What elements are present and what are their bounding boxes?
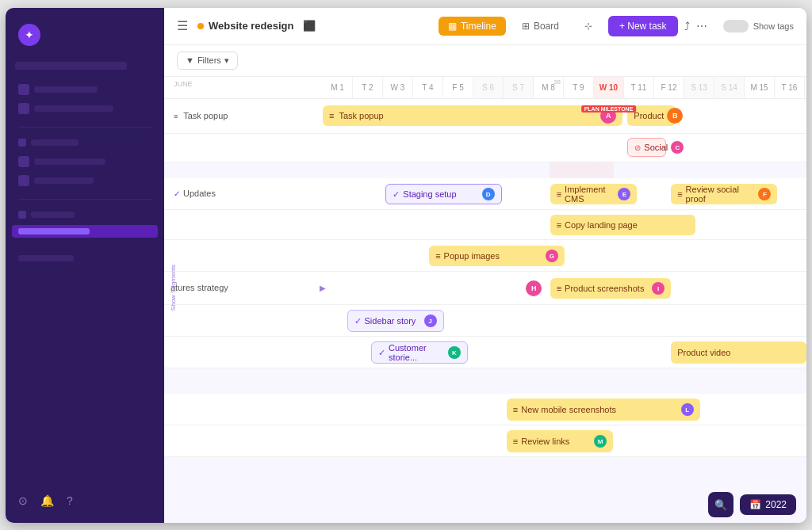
avatar-staging: D xyxy=(482,188,495,200)
task-row-1-label: ≡ Task popup xyxy=(164,105,323,127)
task-row-copy-content: ≡ Copy landing page xyxy=(323,211,806,238)
sidebar-icon-question[interactable]: ? xyxy=(67,494,73,507)
date-col-s13: S 13 xyxy=(684,77,714,98)
cms-icon: ≡ xyxy=(557,189,561,199)
mobile-icon: ≡ xyxy=(513,405,518,414)
task-bar-popup-images[interactable]: ≡ Popup images G xyxy=(429,246,565,266)
task-row-review-links: ≡ Review links M xyxy=(164,425,806,457)
screenshots-icon: ≡ xyxy=(557,284,561,293)
avatar-customer: K xyxy=(448,346,461,359)
avatar-screenshots: I xyxy=(652,282,665,295)
share-icon[interactable]: ⤴ xyxy=(684,20,690,32)
copy-icon: ≡ xyxy=(557,220,561,230)
review-links-icon: ≡ xyxy=(513,437,518,446)
sidebar-item-2[interactable] xyxy=(12,100,158,117)
date-col-s14: S 14 xyxy=(714,77,745,98)
project-dot xyxy=(197,23,204,29)
sidebar-icon-bell[interactable]: 🔔 xyxy=(40,494,54,507)
date-col-m15: M 15 xyxy=(745,77,775,98)
sidebar-item-icon-4 xyxy=(18,175,29,186)
menu-icon[interactable]: ☰ xyxy=(177,18,188,33)
sidebar-item-3[interactable] xyxy=(12,153,158,170)
review-icon: ≡ xyxy=(677,189,682,199)
project-icon[interactable]: ⬛ xyxy=(303,20,316,32)
task-row-mobile-content: ≡ New mobile screenshots L xyxy=(323,395,806,423)
no-icon: ⊘ xyxy=(634,143,641,152)
sidebar-item-text-2 xyxy=(34,105,113,112)
task-bar-task-popup[interactable]: ≡ Task popup A xyxy=(323,105,622,126)
sidebar-item-4[interactable] xyxy=(12,172,158,189)
date-col-m1: M 1 xyxy=(323,77,353,98)
filter-icon: ▼ xyxy=(186,55,194,65)
task-row-mobile-screenshots: ≡ New mobile screenshots L xyxy=(164,394,806,425)
main-content: ☰ Website redesign ⬛ ▦ Timeline ⊞ Board … xyxy=(164,8,806,523)
customize-tab[interactable]: ⊹ xyxy=(575,17,602,36)
task-bar-product-video[interactable]: Product video xyxy=(671,341,806,364)
avatar-product: B xyxy=(667,108,683,124)
sidebar-item-icon-3 xyxy=(18,156,29,167)
check-staging: ✓ xyxy=(393,189,400,200)
task-bar-implement-cms[interactable]: ≡ Implement CMS E xyxy=(550,184,638,204)
sidebar-section-label-2 xyxy=(31,212,75,218)
task-row-2-content: ⊘ Social C xyxy=(323,135,806,160)
sidebar-item-1[interactable] xyxy=(12,81,158,98)
sidebar-workspace-label xyxy=(15,62,127,70)
task-row-customer-content: ✓ Customer storie... K Product video xyxy=(323,337,806,366)
avatar-review-links: M xyxy=(594,435,607,448)
date-col-t4: T 4 xyxy=(413,77,443,98)
avatar-popup: G xyxy=(546,250,558,262)
sidebar-item-icon-2 xyxy=(18,103,29,114)
date-col-w10-today: W 10 PLAN MILESTONE xyxy=(594,77,624,98)
task-bar-product-screenshots[interactable]: ≡ Product screenshots I xyxy=(550,278,672,299)
filters-bar: ▼ Filters ▾ xyxy=(164,45,806,77)
expand-segments-arrow[interactable]: ▶ xyxy=(320,284,326,292)
header: ☰ Website redesign ⬛ ▦ Timeline ⊞ Board … xyxy=(164,8,806,45)
bottom-toolbar: 🔍 📅 2022 xyxy=(708,492,796,517)
task-bar-review-social-proof[interactable]: ≡ Review social proof F xyxy=(671,184,777,204)
board-tab[interactable]: ⊞ Board xyxy=(512,17,569,36)
task-bar-copy-landing[interactable]: ≡ Copy landing page xyxy=(550,215,695,235)
timeline-icon: ▦ xyxy=(448,21,457,32)
project-title: Website redesign xyxy=(197,20,293,32)
show-segments-label[interactable]: Show Segments xyxy=(170,265,177,311)
task-row-updates-label: ✓ Updates xyxy=(164,182,323,204)
date-col-s7: S 7 xyxy=(504,77,534,98)
sidebar-item-active-text xyxy=(18,228,90,234)
project-name: Website redesign xyxy=(209,20,293,32)
zoom-out-button[interactable]: 🔍 xyxy=(708,492,733,517)
sidebar-item-text-3 xyxy=(34,158,105,165)
filter-chevron: ▾ xyxy=(224,55,229,66)
date-col-t11: T 11 xyxy=(624,77,654,98)
date-row-spacer: JUNE xyxy=(164,77,323,98)
date-col-f5: F 5 xyxy=(443,77,473,98)
tags-toggle-switch[interactable] xyxy=(723,20,749,32)
sidebar-divider-2 xyxy=(18,199,151,200)
task-bar-social[interactable]: ⊘ Social C xyxy=(627,138,666,157)
new-task-button[interactable]: + New task xyxy=(608,16,678,36)
customize-icon: ⊹ xyxy=(584,21,592,32)
filters-button[interactable]: ▼ Filters ▾ xyxy=(177,51,238,70)
task-bar-new-mobile-screenshots[interactable]: ≡ New mobile screenshots L xyxy=(507,398,700,421)
date-col-w17: W 17 xyxy=(805,77,806,98)
task-row-features: atures strategy H ≡ Product screenshots … xyxy=(164,272,806,305)
task-row-customer-stories: ✓ Customer storie... K Product video xyxy=(164,337,806,368)
popup-icon: ≡ xyxy=(435,251,440,261)
timeline-container[interactable]: JUNE M 1 T 2 W 3 T 4 F 5 S 6 S 7 38 M 8 … xyxy=(164,77,806,523)
more-options-icon[interactable]: ⋯ xyxy=(696,20,707,32)
sidebar-icon-clock[interactable]: ⊙ xyxy=(18,494,28,507)
task-bar-customer-stories[interactable]: ✓ Customer storie... K xyxy=(371,341,468,364)
header-actions: ▦ Timeline ⊞ Board ⊹ + New task ⤴ ⋯ xyxy=(439,16,707,36)
year-button[interactable]: 📅 2022 xyxy=(740,494,796,515)
row-spacer xyxy=(164,162,806,178)
plan-milestone-badge: PLAN MILESTONE xyxy=(581,105,637,112)
task-bar-staging-setup[interactable]: ✓ Staging setup D xyxy=(385,184,501,204)
task-bar-review-links[interactable]: ≡ Review links M xyxy=(507,430,613,452)
sidebar-divider xyxy=(18,127,151,128)
sidebar-item-text-4 xyxy=(34,177,94,184)
task-bar-sidebar-story[interactable]: ✓ Sidebar story J xyxy=(347,310,444,332)
task-row-updates: ✓ Updates ✓ Staging setup D ≡ I xyxy=(164,178,806,210)
sidebar-item-active[interactable] xyxy=(12,225,158,238)
timeline-tab[interactable]: ▦ Timeline xyxy=(439,17,506,36)
show-tags-toggle[interactable]: Show tags xyxy=(723,20,794,32)
task-bar-icon: ≡ xyxy=(329,111,334,120)
